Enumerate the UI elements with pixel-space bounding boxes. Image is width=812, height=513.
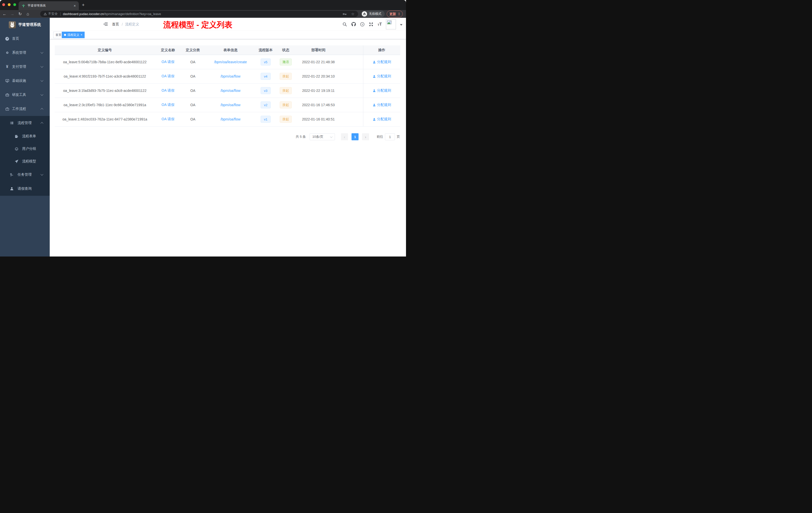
definition-name-link[interactable]: OA 请假	[162, 74, 174, 79]
new-tab-button[interactable]: +	[82, 2, 85, 8]
traffic-light-minimize-icon[interactable]	[8, 3, 10, 6]
browser-tab[interactable]: 芋道管理系统 ×	[19, 1, 79, 10]
form-link[interactable]: /bpm/oa/flow	[221, 103, 240, 107]
sidebar-item-task-mgmt[interactable]: 任务管理	[0, 168, 50, 182]
font-size-icon[interactable]: TT	[378, 22, 382, 26]
form-link[interactable]: /bpm/oa/flow	[221, 74, 240, 78]
current-page-button[interactable]: 1	[351, 133, 358, 140]
warning-icon	[44, 12, 47, 15]
sidebar-item-process-form[interactable]: 流程表单	[0, 130, 50, 143]
assign-rule-link[interactable]: 分配规则	[377, 88, 391, 93]
user-icon	[373, 103, 376, 107]
help-icon[interactable]: ?	[360, 22, 365, 27]
table-header: 定义编号 定义名称 定义分类 表单信息 流程版本 状态 部署时间 操作	[55, 46, 400, 55]
back-icon[interactable]: ←	[1, 10, 7, 18]
version-badge: v4	[261, 73, 271, 80]
update-button[interactable]: 更新 ⋮	[387, 10, 403, 17]
sidebar-item-payment[interactable]: ¥ 支付管理	[0, 60, 50, 74]
sidebar-item-process-mgmt[interactable]: 流程管理	[0, 116, 50, 130]
version-badge: v1	[261, 116, 271, 123]
traffic-light-close-icon[interactable]	[2, 3, 5, 6]
sidebar-item-label: 系统管理	[12, 51, 26, 55]
sidebar-item-label: 基础设施	[12, 79, 26, 83]
sidebar-item-label: 支付管理	[12, 64, 26, 69]
reload-icon[interactable]: ↻	[17, 10, 23, 18]
definition-category: OA	[190, 89, 195, 93]
page-size-select[interactable]: 10条/页	[310, 133, 335, 140]
next-page-button[interactable]: ›	[362, 133, 369, 140]
traffic-light-zoom-icon[interactable]	[13, 3, 16, 6]
sidebar-item-leave-query[interactable]: 请假查询	[0, 182, 50, 196]
caret-down-icon[interactable]	[400, 24, 403, 26]
column-header: 定义编号	[55, 46, 155, 55]
sidebar-item-devtools[interactable]: 研发工具	[0, 88, 50, 102]
column-header: 定义分类	[181, 46, 205, 55]
breadcrumb-separator: /	[122, 18, 123, 31]
assign-rule-link[interactable]: 分配规则	[377, 60, 391, 64]
bookmark-star-icon[interactable]: ☆	[351, 12, 354, 16]
sidebar-item-infra[interactable]: 基础设施	[0, 74, 50, 88]
security-label[interactable]: 不安全	[48, 12, 58, 16]
breadcrumb-home[interactable]: 首页	[112, 18, 119, 31]
assign-rule-link[interactable]: 分配规则	[377, 103, 391, 107]
chevron-down-icon	[40, 173, 43, 175]
definition-category: OA	[190, 117, 195, 121]
sidebar-item-system[interactable]: 系统管理	[0, 46, 50, 60]
fullscreen-icon[interactable]	[369, 22, 374, 27]
incognito-icon	[362, 11, 367, 17]
row-spacer	[340, 55, 363, 69]
form-link[interactable]: /bpm/oa/flow	[221, 117, 240, 121]
forward-icon[interactable]: →	[9, 10, 15, 18]
definition-name-link[interactable]: OA 请假	[162, 117, 174, 121]
table-row: oa_leave:4:991f2193-7b7f-11ec-a3c8-acde4…	[55, 69, 400, 84]
column-header: 操作	[363, 46, 400, 55]
definition-category: OA	[190, 74, 195, 78]
tag-active-process-definition[interactable]: 流程定义 ×	[62, 32, 85, 38]
toolbox-icon	[5, 93, 9, 97]
goto-page-input[interactable]	[385, 133, 395, 140]
sidebar-item-workflow[interactable]: 工作流程	[0, 102, 50, 116]
update-label[interactable]: 更新	[389, 12, 396, 16]
definition-id: oa_leave:5:004b710b-7b8a-11ec-8ef0-acde4…	[63, 60, 147, 64]
assign-rule-link[interactable]: 分配规则	[377, 117, 391, 121]
table-row: oa_leave:3:1fad3d93-7b75-11ec-a3c8-acde4…	[55, 84, 400, 98]
prev-page-button[interactable]: ‹	[341, 133, 348, 140]
table-row: oa_leave:2:3c1f0ef1-76b1-11ec-9c66-a2380…	[55, 98, 400, 112]
user-icon	[373, 89, 376, 92]
chevron-down-icon	[40, 65, 43, 67]
column-header: 表单信息	[205, 46, 256, 55]
form-link[interactable]: /bpm/oa/leave/create	[214, 60, 247, 64]
hamburger-icon[interactable]	[104, 22, 108, 27]
url-path: /bpm/manager/definition?key=oa_leave	[104, 12, 161, 16]
avatar-broken-image-icon[interactable]	[386, 19, 396, 29]
assign-rule-link[interactable]: 分配规则	[377, 74, 391, 79]
goto-label: 前往	[377, 134, 383, 139]
sidebar-item-process-model[interactable]: 流程模型	[0, 155, 50, 168]
address-bar[interactable]: 不安全 dashboard.yudao.iocoder.cn/bpm/manag…	[40, 11, 358, 17]
incognito-badge: 无痕模式	[361, 10, 385, 17]
definition-table: 定义编号 定义名称 定义分类 表单信息 流程版本 状态 部署时间 操作 oa_l…	[55, 46, 400, 126]
sidebar-item-home[interactable]: 首页	[0, 32, 50, 46]
browser-menu-icon[interactable]: ⋮	[398, 13, 401, 15]
version-badge: v2	[261, 101, 271, 109]
tab-close-icon[interactable]: ×	[74, 4, 76, 7]
sidebar-logo[interactable]: 芋道管理系统	[0, 18, 50, 32]
key-icon[interactable]	[343, 12, 347, 16]
definition-name-link[interactable]: OA 请假	[162, 60, 174, 64]
sidebar-item-user-group[interactable]: 用户分组	[0, 143, 50, 155]
chevron-up-icon	[40, 122, 43, 125]
form-link[interactable]: /bpm/oa/flow	[221, 89, 240, 93]
tag-close-icon[interactable]: ×	[81, 33, 82, 36]
table-row: oa_leave:1:482ec033-762a-11ec-8477-a2380…	[55, 112, 400, 126]
definition-name-link[interactable]: OA 请假	[162, 88, 174, 93]
github-icon[interactable]	[351, 22, 356, 27]
column-header: 部署时间	[296, 46, 340, 55]
search-icon[interactable]	[343, 22, 347, 27]
url-host: dashboard.yudao.iocoder.cn	[63, 12, 104, 16]
navbar-right-menu: ? TT	[343, 18, 403, 31]
workflow-submenu: 流程管理 流程表单 用户分组	[0, 116, 50, 196]
definition-id: oa_leave:1:482ec033-762a-11ec-8477-a2380…	[62, 117, 147, 121]
definition-name-link[interactable]: OA 请假	[162, 103, 174, 107]
home-icon[interactable]: ⌂	[25, 10, 31, 18]
sidebar: 芋道管理系统 首页 系统管理 ¥ 支付管理	[0, 18, 50, 256]
